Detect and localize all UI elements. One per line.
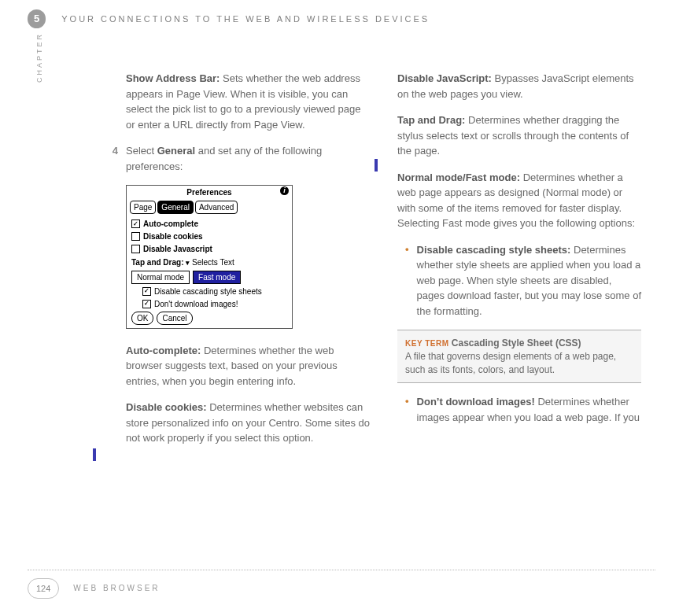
bullet-icon: • [405, 242, 417, 319]
page-number: 124 [28, 578, 59, 599]
mode-normal[interactable]: Normal mode [131, 271, 190, 284]
chapter-badge: 5 [28, 9, 46, 28]
info-icon: i [280, 186, 289, 195]
step-item: 4 Select General and set any of the foll… [126, 143, 370, 174]
page-tick-marker [93, 448, 96, 461]
checkbox-icon[interactable] [142, 300, 151, 308]
key-term-box: KEY TERM Cascading Style Sheet (CSS) A f… [397, 330, 641, 383]
header-title: YOUR CONNECTIONS TO THE WEB AND WIRELESS… [61, 13, 430, 26]
bullet-icon: • [405, 394, 417, 425]
body-text: Auto-complete: Determines whether the we… [126, 343, 370, 389]
footer-title: WEB BROWSER [73, 582, 160, 594]
ok-button[interactable]: OK [131, 312, 153, 325]
dropdown-icon[interactable]: ▾ [186, 259, 190, 267]
body-text: Disable cookies: Determines whether webs… [126, 400, 370, 446]
checkbox-icon[interactable] [131, 219, 140, 228]
bullet-item: • Disable cascading style sheets: Determ… [397, 242, 641, 319]
body-text: Disable JavaScript: Bypasses JavaScript … [397, 71, 641, 101]
tab-advanced[interactable]: Advanced [195, 201, 238, 214]
page-tick-marker [375, 159, 378, 172]
preferences-screenshot: Preferencesi Page General Advanced Auto-… [126, 185, 293, 329]
checkbox-icon[interactable] [131, 245, 140, 253]
mode-fast[interactable]: Fast mode [193, 271, 241, 284]
tab-general[interactable]: General [157, 201, 194, 214]
body-text: Tap and Drag: Determines whether draggin… [397, 113, 641, 159]
body-text: Normal mode/Fast mode: Determines whethe… [397, 170, 641, 231]
cancel-button[interactable]: Cancel [157, 312, 192, 325]
bullet-item: • Don’t download images! Determines whet… [397, 394, 641, 425]
tab-page[interactable]: Page [130, 201, 156, 214]
step-number: 4 [102, 143, 126, 174]
checkbox-icon[interactable] [142, 287, 151, 296]
checkbox-icon[interactable] [131, 232, 140, 241]
body-text: Show Address Bar: Sets whether the web a… [126, 71, 370, 132]
chapter-label-vertical: CHAPTER [35, 32, 46, 83]
